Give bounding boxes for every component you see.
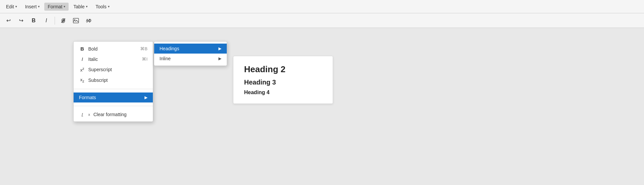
headings-dropdown: Headings ▶ Inline ▶ xyxy=(154,41,227,66)
menu-tools[interactable]: Tools ▾ xyxy=(92,3,113,11)
italic-label: Italic xyxy=(88,57,98,62)
menu-format[interactable]: Format ▾ xyxy=(44,3,69,11)
menu-tools-chevron: ▾ xyxy=(108,5,110,8)
inline-item-left: Inline xyxy=(160,56,170,61)
italic-button[interactable]: I xyxy=(41,15,52,26)
clear-subscript-x: x xyxy=(88,112,90,116)
clear-format-icon: I xyxy=(79,112,86,117)
menu-table[interactable]: Table ▾ xyxy=(70,3,91,11)
superscript-icon: xz xyxy=(79,67,86,73)
menubar: Edit ▾ Insert ▾ Format ▾ Table ▾ Tools ▾ xyxy=(0,0,644,13)
image-icon xyxy=(73,18,79,23)
dropdown-item-headings[interactable]: Headings ▶ xyxy=(154,44,227,54)
toolbar-separator xyxy=(55,17,55,25)
formats-item-left: Formats xyxy=(79,95,96,100)
italic-shortcut: ⌘I xyxy=(142,57,148,62)
bold-icon: B xyxy=(79,46,86,52)
menu-format-label: Format xyxy=(48,4,62,9)
dropdown-item-subscript[interactable]: xz Subscript xyxy=(74,75,153,86)
format-dropdown: B Bold ⌘B I Italic ⌘I xz Superscript xz … xyxy=(73,41,153,122)
content-heading2: Heading 2 xyxy=(244,64,322,75)
menu-insert-label: Insert xyxy=(25,4,37,9)
headings-item-left: Headings xyxy=(160,46,179,51)
superscript-label: Superscript xyxy=(88,67,112,72)
italic-icon: I xyxy=(79,56,86,62)
dropdown-item-inline[interactable]: Inline ▶ xyxy=(154,54,227,64)
format-section-text: B Bold ⌘B I Italic ⌘I xz Superscript xz … xyxy=(74,42,153,88)
format-divider-1 xyxy=(74,89,153,89)
subscript-label: Subscript xyxy=(88,78,108,83)
menu-table-chevron: ▾ xyxy=(86,5,88,8)
formats-chevron-right: ▶ xyxy=(145,95,148,100)
redo-button[interactable]: ↪ xyxy=(15,15,27,26)
bold-label: Bold xyxy=(88,46,98,52)
image-button[interactable] xyxy=(70,15,82,26)
formats-label: Formats xyxy=(79,95,96,100)
content-heading3: Heading 3 xyxy=(244,79,322,86)
format-section-formats: Formats ▶ xyxy=(74,91,153,104)
clear-label: Clear formatting xyxy=(94,112,127,117)
link-icon xyxy=(60,18,66,24)
headings-label: Headings xyxy=(160,46,179,51)
bold-shortcut: ⌘B xyxy=(140,46,148,51)
menu-edit-label: Edit xyxy=(6,4,14,9)
menu-edit[interactable]: Edit ▾ xyxy=(3,3,20,11)
menu-edit-chevron: ▾ xyxy=(15,5,17,8)
dropdown-item-italic[interactable]: I Italic ⌘I xyxy=(74,54,153,64)
menu-table-label: Table xyxy=(73,4,84,9)
menu-tools-label: Tools xyxy=(96,4,107,9)
menu-format-chevron: ▾ xyxy=(64,5,65,8)
dropdown-item-formats[interactable]: Formats ▶ xyxy=(74,92,153,102)
toolbar: ↩ ↪ B I ABC xyxy=(0,13,644,28)
dropdown-item-superscript[interactable]: xz Superscript xyxy=(74,64,153,75)
content-area: Heading 2 Heading 3 Heading 4 xyxy=(233,56,333,104)
bold-button[interactable]: B xyxy=(28,15,39,26)
menu-insert[interactable]: Insert ▾ xyxy=(22,3,43,11)
inline-chevron-right: ▶ xyxy=(218,56,221,61)
spellcheck-icon: ABC xyxy=(86,18,92,24)
dropdown-item-clear[interactable]: I x Clear formatting xyxy=(74,109,153,119)
format-section-clear: I x Clear formatting xyxy=(74,107,153,121)
inline-label: Inline xyxy=(160,56,170,61)
menu-insert-chevron: ▾ xyxy=(38,5,40,8)
format-divider-2 xyxy=(74,106,153,106)
subscript-icon: xz xyxy=(79,77,86,83)
link-button[interactable] xyxy=(58,15,69,26)
svg-point-2 xyxy=(74,19,75,20)
headings-chevron-right: ▶ xyxy=(218,46,221,51)
undo-button[interactable]: ↩ xyxy=(3,15,14,26)
main-area: B Bold ⌘B I Italic ⌘I xz Superscript xz … xyxy=(0,28,644,185)
dropdown-item-bold[interactable]: B Bold ⌘B xyxy=(74,44,153,54)
headings-section: Headings ▶ Inline ▶ xyxy=(154,42,227,66)
content-heading4: Heading 4 xyxy=(244,90,322,95)
spellcheck-button[interactable]: ABC xyxy=(83,15,94,26)
